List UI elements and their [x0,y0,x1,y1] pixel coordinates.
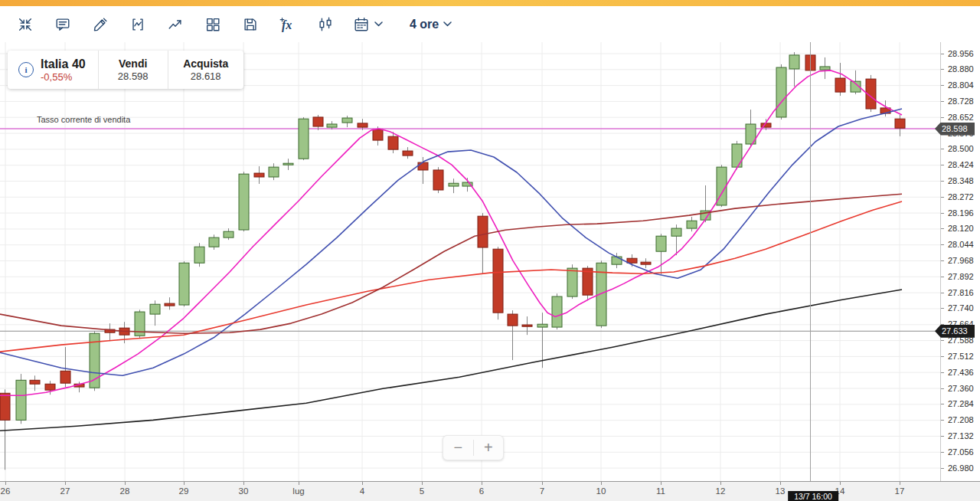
candle-down [835,78,845,92]
candle-up [327,124,337,127]
candle-down [508,314,518,326]
instrument-info-card: i Italia 40 -0,55% Vendi 28.598 Acquista… [8,51,243,89]
buy-quote-button[interactable]: Acquista 28.618 [168,51,243,89]
candle-up [283,163,293,165]
zoom-in-button[interactable]: + [474,436,504,460]
save-icon [242,16,259,33]
instrument-change: -0,55% [41,71,86,83]
buy-label: Acquista [179,57,233,70]
buy-value: 28.618 [179,70,233,83]
time-tick-label: 7 [540,486,544,496]
sell-rate-line-label: Tasso corrente di vendita [37,115,130,124]
candle-up [732,144,742,167]
save-button[interactable] [240,15,260,34]
candle-down [478,216,488,247]
time-tick-label: 27 [60,486,70,496]
calendar-icon [353,16,370,33]
price-tick-label: 27.892 [948,272,974,281]
price-tick-mark [941,165,944,165]
reference-lines-layer [0,129,936,331]
price-tick-label: 27.968 [948,256,974,265]
time-tick-label: 28 [120,486,130,496]
exit-fullscreen-icon [17,16,34,33]
candle-down [493,249,503,313]
time-tick-label: 13 [776,486,786,496]
candle-down [313,117,323,126]
zoom-out-button[interactable]: − [443,436,473,460]
time-tick-mark [661,482,662,485]
time-tick-label: 6 [479,486,484,496]
time-tick-mark [482,482,482,485]
candle-up [567,268,577,296]
indicators-button[interactable] [128,15,148,34]
price-tick-mark [941,436,944,437]
candle-down [254,173,264,177]
price-tick-label: 28.880 [948,64,974,74]
price-tick-mark [941,308,944,309]
time-tick-mark [184,482,185,485]
candle-up [776,67,786,117]
price-tick-mark [941,277,944,277]
candle-up [150,304,160,314]
layout-grid-icon [204,16,221,33]
price-tick-label: 27.360 [948,384,974,393]
price-tick-mark [941,54,944,54]
info-icon[interactable]: i [18,62,34,77]
draw-pencil-button[interactable] [90,15,110,34]
chevron-down-icon [443,21,452,27]
candle-up [342,118,352,123]
time-tick-label: 29 [179,486,189,496]
time-tick-label: 5 [420,486,424,496]
time-tick-mark [422,482,423,485]
price-tick-label: 27.512 [948,352,974,361]
sell-quote-button[interactable]: Vendi 28.598 [99,51,168,89]
price-tick-label: 28.424 [948,160,974,169]
time-tick-mark [780,482,781,485]
price-tick-label: 28.728 [948,97,974,106]
candle-down [895,119,905,128]
trading-chart-screen: fx 4 ore [0,0,980,501]
candle-up [449,183,459,186]
time-tick-mark [5,482,6,485]
price-tick-label: 28.804 [948,80,974,90]
candle-up [671,228,681,236]
price-tick-label: 26.980 [948,463,974,473]
candle-down [165,303,175,306]
instrument-name: Italia 40 [41,57,86,71]
timeframe-selector[interactable]: 4 ore [410,15,452,34]
candle-up [209,237,219,247]
time-tick-label: 12 [716,486,726,496]
functions-fx-button[interactable]: fx [278,15,298,34]
time-tick-mark [243,482,244,485]
layout-grid-button[interactable] [203,15,223,34]
calendar-button[interactable] [353,15,383,34]
price-tick-label: 27.816 [948,288,974,297]
indicators-icon [129,16,146,33]
chevron-down-icon [374,21,383,27]
zoom-controls: − + [443,435,504,460]
candle-up [789,55,799,69]
price-tick-label: 27.284 [948,399,974,408]
ma-fast [0,70,902,395]
sell-label: Vendi [109,57,157,70]
time-tick-mark [900,482,900,485]
candle-up [194,247,204,263]
candle-down [45,384,55,390]
time-tick-label: 10 [596,486,606,496]
price-tick-mark [941,85,944,86]
svg-text:fx: fx [282,18,292,32]
price-tick-mark [941,468,944,469]
candlestick-type-button[interactable] [315,15,335,34]
news-annotation-button[interactable] [53,15,73,34]
price-tick-mark [941,404,944,404]
timeframe-label: 4 ore [410,18,439,31]
candle-up [687,221,697,228]
time-tick-mark [601,482,602,485]
candle-down [522,325,532,326]
candle-down [358,123,368,127]
trendline-button[interactable] [165,15,185,34]
news-annotation-icon [54,16,71,33]
time-tick-mark [840,482,841,485]
exit-fullscreen-button[interactable] [15,15,35,34]
candlestick-type-icon [317,16,334,33]
